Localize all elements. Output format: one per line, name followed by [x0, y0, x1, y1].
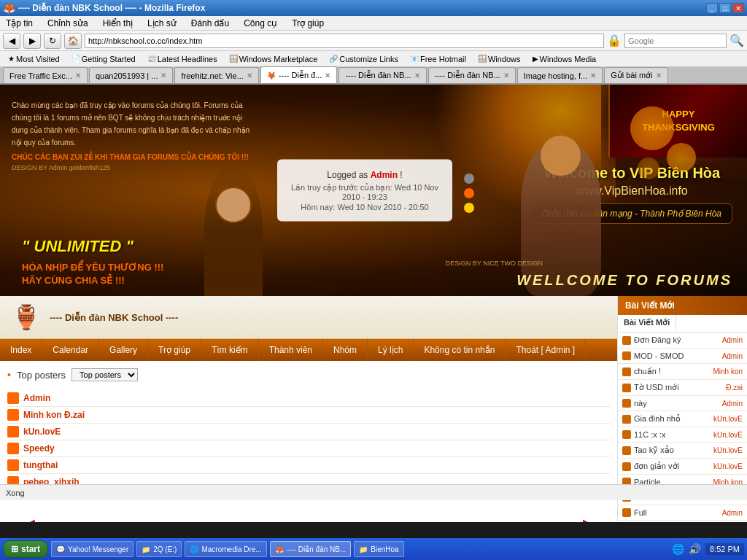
post-icon — [622, 415, 631, 424]
nav-groups[interactable]: Nhóm — [323, 339, 368, 361]
woman-head — [541, 136, 581, 176]
taskbar-item-1[interactable]: 📁 2Q (E:) — [136, 541, 182, 557]
taskbar-right: 🌐 🔊 8:52 PM — [672, 543, 744, 555]
bookmark-getting-started[interactable]: 📄 Getting Started — [66, 52, 141, 66]
forward-button[interactable]: ▶ — [23, 33, 41, 49]
tab-0-close[interactable]: ✕ — [75, 71, 81, 79]
windows-icon: 🪟 — [229, 55, 238, 63]
bookmark-latest-headlines[interactable]: 📰 Latest Headlines — [142, 52, 222, 66]
bookmark-windows-media[interactable]: ▶ Windows Media — [527, 52, 602, 66]
menu-view[interactable]: Hiển thị — [100, 17, 136, 30]
tab-7[interactable]: Gửi bài mới ✕ — [604, 67, 667, 83]
star-icon: ★ — [8, 55, 15, 63]
top-posters-bar: • Top posters Top posters — [7, 368, 610, 381]
bookmark-windows[interactable]: 🪟 Windows — [473, 52, 526, 66]
dot-orange — [464, 188, 474, 198]
tab-1-label: quan2051993 | ... — [96, 71, 158, 80]
post-author-5: kUn.lovE — [713, 415, 743, 423]
home-button[interactable]: 🏠 — [64, 33, 82, 49]
list-item[interactable]: MOD - SMOD Admin — [618, 349, 747, 364]
tab-2-close[interactable]: ✕ — [247, 71, 252, 79]
deco-circle2 — [667, 143, 696, 172]
post-title-3: Tờ USD mới — [634, 383, 723, 392]
left-arrow-icon: ◀ — [22, 516, 34, 522]
tab-5[interactable]: ---- Diễn đàn NB... ✕ — [428, 67, 516, 83]
menu-bookmarks[interactable]: Đánh dấu — [188, 17, 232, 30]
list-item[interactable]: Tao kỹ xảo kUn.lovE — [618, 443, 747, 459]
menu-help[interactable]: Trợ giúp — [289, 17, 327, 30]
tab-0-label: Free Traffic Exc... — [9, 71, 72, 80]
bookmark-customize-links[interactable]: 🔗 Customize Links — [324, 52, 403, 66]
list-item[interactable]: Đơn Đăng ký Admin — [618, 332, 747, 349]
bookmark-windows-marketplace[interactable]: 🪟 Windows Marketplace — [224, 52, 323, 66]
menu-tools[interactable]: Công cụ — [241, 17, 280, 30]
start-button[interactable]: ⊞ start — [3, 540, 48, 558]
nav-search[interactable]: Tìm kiếm — [201, 339, 259, 361]
post-icon — [622, 399, 631, 408]
tab-5-close[interactable]: ✕ — [503, 71, 509, 79]
nav-gallery[interactable]: Gallery — [99, 339, 148, 361]
tab-6[interactable]: Image hosting, f... ✕ — [517, 67, 603, 83]
bvm-tab-new[interactable]: Bài Viết Mới — [618, 315, 676, 332]
nav-calendar[interactable]: Calendar — [42, 339, 99, 361]
tab-3-active[interactable]: 🦊 ---- Diễn đ... ✕ — [260, 66, 338, 83]
user-name-minh[interactable]: Minh kon Đ.zai — [23, 410, 85, 420]
post-title-5: Gia đình nhỏ — [634, 414, 711, 424]
user-name-speedy[interactable]: Speedy — [23, 443, 55, 454]
tab-3-close[interactable]: ✕ — [325, 71, 330, 79]
list-item[interactable]: Gia đình nhỏ kUn.lovE — [618, 411, 747, 427]
menu-history[interactable]: Lịch sử — [144, 17, 179, 30]
address-bar[interactable] — [85, 34, 604, 48]
deco-circle1 — [630, 106, 674, 150]
list-item[interactable]: đơn giản với kUn.lovE — [618, 459, 747, 475]
tab-0[interactable]: Free Traffic Exc... ✕ — [3, 67, 88, 83]
taskbar-item-4[interactable]: 📁 BienHoa — [354, 541, 403, 557]
post-author-1: Admin — [722, 352, 743, 360]
taskbar-icon-0: 💬 — [56, 545, 65, 553]
nav-profile[interactable]: Lý lịch — [368, 339, 414, 361]
tab-2[interactable]: freehitz.net: Vie... ✕ — [174, 67, 258, 83]
tab-1[interactable]: quan2051993 | ... ✕ — [89, 67, 173, 83]
list-item[interactable]: 11C :x :x kUn.lovE — [618, 427, 747, 443]
nav-logout[interactable]: Thoát [ Admin ] — [506, 339, 586, 361]
list-item[interactable]: Tờ USD mới Đ.zai — [618, 380, 747, 396]
tab-4[interactable]: ---- Diễn đàn NB... ✕ — [338, 67, 426, 83]
user-name-tungthai[interactable]: tungthai — [23, 460, 58, 470]
login-text2: Lần truy cập trước của bạn: Wed 10 Nov 2… — [290, 183, 439, 201]
user-avatar — [7, 426, 19, 438]
hero-design-by: DESIGN BY Admin goldenfish125 — [12, 164, 252, 171]
nav-index[interactable]: Index — [0, 339, 42, 361]
tab-6-close[interactable]: ✕ — [590, 71, 596, 79]
tab-4-close[interactable]: ✕ — [414, 71, 420, 79]
dot-yellow — [464, 203, 474, 213]
nav-help[interactable]: Trợ giúp — [148, 339, 201, 361]
close-button[interactable]: ✕ — [732, 3, 744, 13]
refresh-button[interactable]: ↻ — [44, 33, 61, 49]
maximize-button[interactable]: □ — [719, 3, 731, 13]
nav-members[interactable]: Thành viên — [259, 339, 323, 361]
list-item[interactable]: Full Admin — [618, 505, 747, 521]
top-posters-dropdown[interactable]: Top posters — [71, 368, 138, 381]
taskbar-item-0[interactable]: 💬 Yahoo! Messenger — [51, 541, 133, 557]
list-item[interactable]: này Admin — [618, 396, 747, 411]
windows2-icon: 🪟 — [478, 55, 487, 63]
back-button[interactable]: ◀ — [3, 33, 20, 49]
list-item[interactable]: chuẩn ! Minh kon — [618, 364, 747, 380]
user-name-kun[interactable]: kUn.lovE — [23, 427, 61, 437]
hero-cta: CHÚC CÁC BẠN ZUI ZẺ KHI THAM GIA FORUMS … — [12, 153, 252, 161]
nav-messages[interactable]: Không có tin nhắn — [414, 339, 506, 361]
minimize-button[interactable]: _ — [706, 3, 718, 13]
list-item: tungthai — [7, 457, 610, 474]
user-name-admin[interactable]: Admin — [23, 393, 50, 403]
search-input[interactable] — [624, 34, 727, 48]
tab-7-close[interactable]: ✕ — [656, 71, 662, 79]
bookmark-free-hotmail[interactable]: 📧 Free Hotmail — [405, 52, 471, 66]
menu-edit[interactable]: Chỉnh sửa — [44, 17, 91, 30]
taskbar-item-3-active[interactable]: 🦊 ---- Diễn đàn NB... — [270, 541, 352, 557]
taskbar-item-2[interactable]: 🌐 Macromedia Dre... — [185, 541, 266, 557]
tab-1-close[interactable]: ✕ — [160, 71, 166, 79]
menu-file[interactable]: Tập tin — [3, 17, 36, 30]
post-author-4: Admin — [722, 400, 743, 408]
bookmark-most-visited[interactable]: ★ Most Visited — [3, 52, 65, 66]
start-label: start — [21, 544, 40, 554]
